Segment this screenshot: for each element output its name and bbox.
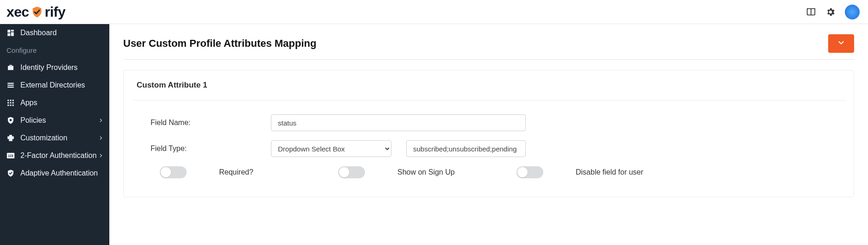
svg-rect-4	[7, 83, 14, 84]
sidebar-item-label: Identity Providers	[20, 63, 78, 72]
required-label: Required?	[219, 168, 253, 176]
custom-attribute-card: Custom Attribute 1 Field Name: Field Typ…	[123, 70, 854, 197]
disable-field-label: Disable field for user	[576, 168, 643, 176]
svg-rect-5	[7, 85, 14, 86]
logo-shield-icon	[31, 6, 44, 19]
grid-icon	[6, 99, 15, 107]
sidebar-item-customization[interactable]: Customization	[0, 129, 109, 147]
svg-rect-12	[13, 102, 14, 104]
svg-rect-0	[7, 30, 10, 32]
chevron-right-icon	[99, 116, 103, 125]
shield-search-icon	[6, 116, 15, 125]
main-content: User Custom Profile Attributes Mapping C…	[109, 24, 868, 207]
svg-rect-3	[7, 33, 10, 36]
sidebar-item-external-directories[interactable]: External Directories	[0, 76, 109, 94]
badge-123-icon: 123	[6, 151, 15, 160]
show-on-signup-toggle[interactable]	[338, 166, 365, 178]
sidebar-item-label: Dashboard	[20, 29, 57, 37]
required-toggle[interactable]	[160, 166, 187, 178]
toggle-show-on-signup: Show on Sign Up	[338, 166, 516, 178]
puzzle-icon	[6, 134, 15, 142]
sidebar-item-policies[interactable]: Policies	[0, 112, 109, 129]
sidebar-item-label: External Directories	[20, 81, 85, 89]
list-icon	[6, 81, 15, 89]
svg-text:123: 123	[8, 154, 13, 157]
sidebar: Dashboard Configure Identity Providers E…	[0, 24, 109, 245]
field-type-label: Field Type:	[137, 144, 271, 153]
chevron-right-icon	[99, 134, 103, 142]
svg-rect-14	[10, 105, 12, 106]
sidebar-item-label: Customization	[20, 134, 67, 142]
show-on-signup-label: Show on Sign Up	[397, 168, 455, 176]
user-avatar[interactable]	[845, 5, 860, 19]
sidebar-item-adaptive-auth[interactable]: Adaptive Authentication	[0, 164, 109, 182]
sidebar-item-label: Adaptive Authentication	[20, 169, 98, 177]
sidebar-section-label: Configure	[6, 46, 37, 54]
svg-rect-11	[10, 102, 12, 104]
svg-rect-10	[7, 102, 9, 104]
disable-field-toggle[interactable]	[516, 166, 543, 178]
svg-rect-15	[13, 105, 14, 106]
toggle-required: Required?	[160, 166, 338, 178]
row-field-name: Field Name:	[137, 114, 841, 131]
sidebar-section-configure: Configure	[0, 42, 109, 59]
logo-text-post: rify	[45, 4, 66, 20]
svg-rect-8	[10, 100, 12, 101]
page-header: User Custom Profile Attributes Mapping	[123, 34, 854, 60]
row-field-type: Field Type: TextDropdown Select BoxCheck…	[137, 140, 841, 157]
field-options-input[interactable]	[406, 140, 526, 157]
shield-check-icon	[6, 169, 15, 177]
toggle-disable-field: Disable field for user	[516, 166, 643, 178]
collapse-button[interactable]	[828, 34, 854, 53]
sidebar-item-2fa[interactable]: 123 2-Factor Authentication	[0, 147, 109, 164]
page-title: User Custom Profile Attributes Mapping	[123, 38, 316, 50]
svg-rect-6	[7, 87, 14, 88]
field-type-select[interactable]: TextDropdown Select BoxCheckboxNumber	[271, 140, 391, 157]
card-divider	[132, 100, 845, 101]
sidebar-item-label: Apps	[20, 99, 37, 107]
sidebar-item-label: 2-Factor Authentication	[20, 151, 97, 160]
chevron-right-icon	[99, 151, 103, 160]
svg-rect-9	[13, 100, 14, 101]
svg-rect-13	[7, 105, 9, 106]
field-name-input[interactable]	[271, 114, 526, 131]
chevron-down-icon	[837, 39, 845, 48]
sidebar-item-identity-providers[interactable]: Identity Providers	[0, 59, 109, 76]
header-actions	[806, 5, 860, 19]
svg-rect-1	[11, 30, 14, 31]
docs-icon[interactable]	[806, 7, 816, 17]
briefcase-icon	[6, 63, 15, 72]
app-logo: xec rify	[6, 4, 65, 20]
toggles-row: Required? Show on Sign Up Disable field …	[137, 166, 841, 178]
dashboard-icon	[6, 29, 15, 37]
svg-rect-2	[11, 32, 14, 36]
card-title: Custom Attribute 1	[137, 81, 841, 90]
sidebar-item-dashboard[interactable]: Dashboard	[0, 24, 109, 42]
svg-point-16	[10, 119, 12, 121]
svg-rect-7	[7, 100, 9, 101]
field-name-label: Field Name:	[137, 119, 271, 127]
app-header: xec rify	[0, 0, 868, 24]
sidebar-item-apps[interactable]: Apps	[0, 94, 109, 112]
settings-icon[interactable]	[825, 7, 836, 17]
sidebar-item-label: Policies	[20, 116, 46, 125]
logo-text-pre: xec	[6, 4, 29, 20]
